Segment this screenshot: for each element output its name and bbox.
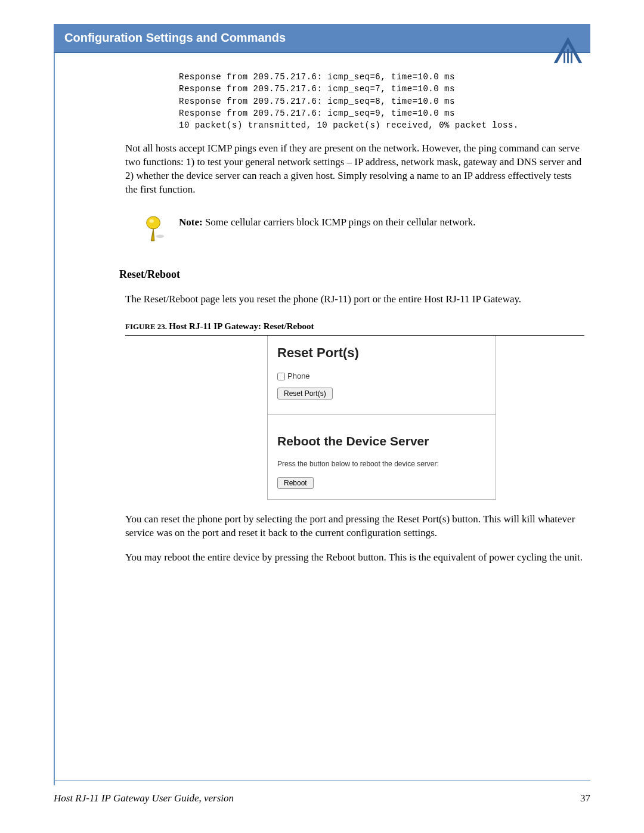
brand-logo-icon [552,36,584,66]
chapter-title: Configuration Settings and Commands [64,31,286,44]
reboot-heading: Reboot the Device Server [277,433,486,450]
ping-line: Response from 209.75.217.6: icmp_seq=7, … [179,84,455,94]
section-intro: The Reset/Reboot page lets you reset the… [125,293,584,306]
svg-rect-0 [564,51,565,63]
footer-doc-title: Host RJ-11 IP Gateway User Guide, versio… [54,792,234,804]
page-number: 37 [580,792,590,804]
chapter-header: Configuration Settings and Commands [54,24,590,53]
phone-checkbox-label: Phone [287,371,310,382]
figure-caption-text: Host RJ-11 IP Gateway: Reset/Reboot [169,321,314,331]
reset-ports-button[interactable]: Reset Port(s) [277,388,333,400]
ping-output: Response from 209.75.217.6: icmp_seq=6, … [179,71,584,131]
figure-caption: FIGURE 23. Host RJ-11 IP Gateway: Reset/… [125,320,584,332]
figure-screenshot: Reset Port(s) Phone Reset Port(s) Reboot… [267,336,496,500]
figure-caption-prefix: FIGURE 23. [125,322,169,331]
ping-line: 10 packet(s) transmitted, 10 packet(s) r… [179,120,519,130]
pushpin-icon [143,215,166,243]
note-text: Note: Some cellular carriers block ICMP … [179,215,475,230]
svg-rect-1 [567,49,569,63]
reboot-button[interactable]: Reboot [277,477,314,489]
section-heading: Reset/Reboot [119,267,584,281]
ping-line: Response from 209.75.217.6: icmp_seq=6, … [179,72,455,82]
reset-ports-heading: Reset Port(s) [277,344,486,362]
svg-point-4 [149,219,154,223]
ping-line: Response from 209.75.217.6: icmp_seq=9, … [179,109,455,118]
reboot-instruction: Press the button below to reboot the dev… [277,459,486,469]
ping-line: Response from 209.75.217.6: icmp_seq=8, … [179,97,455,106]
body-paragraph: You may reboot the entire device by pres… [125,551,584,565]
note-body: Some cellular carriers block ICMP pings … [203,216,476,228]
svg-rect-2 [571,51,572,63]
body-paragraph: You can reset the phone port by selectin… [125,513,584,540]
note-label: Note: [179,216,203,228]
svg-point-5 [156,235,164,239]
body-paragraph: Not all hosts accept ICMP pings even if … [125,142,584,197]
svg-point-3 [147,216,160,229]
figure-divider [268,414,496,415]
phone-checkbox[interactable] [277,373,285,380]
footer-rule [54,780,590,781]
left-margin-rule [54,35,55,785]
